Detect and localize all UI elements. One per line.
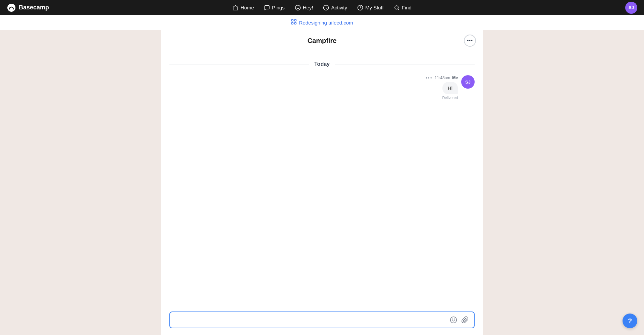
hey-icon [295,5,301,11]
message-options-dots[interactable]: ••• [426,75,433,81]
nav-item-hey[interactable]: Hey! [295,5,313,11]
basecamp-logo-icon [7,3,16,12]
help-label: ? [628,317,632,325]
logo-text: Basecamp [19,4,49,11]
help-button[interactable]: ? [623,314,637,328]
pings-icon [264,5,270,11]
nav-item-my-stuff[interactable]: My Stuff [357,5,384,11]
message-sender: Me [452,76,458,80]
svg-line-6 [398,9,399,10]
chat-panel: Campfire ••• Today ••• 11:48am M [161,30,483,335]
logo[interactable]: Basecamp [7,3,49,12]
attach-button[interactable] [461,316,469,324]
message-text: Hi [448,85,452,91]
nav-items-list: Home Pings Hey! [232,5,412,11]
attach-icon [461,316,469,324]
nav-item-find[interactable]: Find [394,5,412,11]
avatar: SJ [461,75,475,89]
chat-input-area [161,306,483,335]
svg-rect-9 [291,22,293,24]
project-link[interactable]: Redesigning uifeed.com [291,19,353,26]
messages-area: ••• 11:48am Me Hi Delivered SJ [169,75,475,101]
chat-header: Campfire ••• [161,30,483,51]
project-bar: Redesigning uifeed.com [0,15,644,30]
top-navigation: Basecamp Home Pings [0,0,644,15]
find-icon [394,5,400,11]
nav-item-home[interactable]: Home [232,5,254,11]
chat-input-wrapper [169,312,475,328]
message-meta: ••• 11:48am Me [426,75,458,81]
chat-options-button[interactable]: ••• [464,35,476,47]
message-content: ••• 11:48am Me Hi Delivered [426,75,458,100]
svg-point-0 [295,5,300,10]
nav-item-pings[interactable]: Pings [264,5,285,11]
my-stuff-icon [357,5,363,11]
activity-icon [323,5,329,11]
svg-rect-10 [294,22,296,24]
chat-body[interactable]: Today ••• 11:48am Me Hi Deli [161,51,483,306]
date-separator: Today [169,61,475,67]
message-bubble: Hi [442,82,458,94]
svg-rect-8 [294,19,296,21]
svg-rect-7 [291,19,293,21]
chat-title: Campfire [308,37,337,45]
emoji-icon [450,316,457,324]
table-row: ••• 11:48am Me Hi Delivered SJ [169,75,475,100]
main-container: Campfire ••• Today ••• 11:48am M [0,30,644,335]
svg-point-11 [450,317,457,323]
ellipsis-icon: ••• [467,38,473,43]
emoji-button[interactable] [449,316,458,324]
svg-point-5 [395,6,398,9]
home-icon [232,5,238,11]
message-time: 11:48am [435,76,450,80]
user-avatar[interactable]: SJ [625,2,637,14]
chat-input[interactable] [175,317,446,323]
message-status: Delivered [442,96,458,100]
nav-item-activity[interactable]: Activity [323,5,347,11]
grid-icon [291,19,297,26]
project-name: Redesigning uifeed.com [299,20,353,26]
date-label: Today [309,61,335,67]
